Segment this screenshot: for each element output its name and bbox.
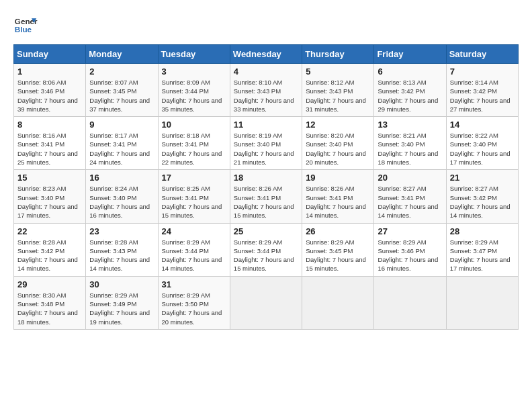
calendar-cell: 28Sunrise: 8:29 AMSunset: 3:47 PMDayligh… <box>446 223 518 276</box>
logo-icon: General Blue <box>13 13 38 38</box>
day-info: Sunrise: 8:27 AMSunset: 3:41 PMDaylight:… <box>378 184 442 220</box>
day-info: Sunrise: 8:29 AMSunset: 3:47 PMDaylight:… <box>450 238 515 273</box>
day-number: 7 <box>450 66 515 77</box>
day-info: Sunrise: 8:28 AMSunset: 3:42 PMDaylight:… <box>17 238 82 273</box>
calendar-cell: 8Sunrise: 8:16 AMSunset: 3:41 PMDaylight… <box>14 117 86 170</box>
day-number: 16 <box>89 173 154 183</box>
day-info: Sunrise: 8:19 AMSunset: 3:40 PMDaylight:… <box>234 131 298 167</box>
day-info: Sunrise: 8:16 AMSunset: 3:41 PMDaylight:… <box>17 131 82 167</box>
calendar-header-row: SundayMondayTuesdayWednesdayThursdayFrid… <box>14 45 519 64</box>
calendar-cell: 5Sunrise: 8:12 AMSunset: 3:43 PMDaylight… <box>302 64 374 117</box>
calendar-cell: 14Sunrise: 8:22 AMSunset: 3:40 PMDayligh… <box>446 117 518 170</box>
calendar-cell: 23Sunrise: 8:28 AMSunset: 3:43 PMDayligh… <box>86 223 158 276</box>
day-info: Sunrise: 8:10 AMSunset: 3:43 PMDaylight:… <box>234 78 298 113</box>
svg-text:Blue: Blue <box>15 25 32 34</box>
week-row-4: 22Sunrise: 8:28 AMSunset: 3:42 PMDayligh… <box>14 223 519 276</box>
calendar-table: SundayMondayTuesdayWednesdayThursdayFrid… <box>13 44 519 330</box>
day-number: 23 <box>89 226 154 236</box>
day-info: Sunrise: 8:25 AMSunset: 3:41 PMDaylight:… <box>162 184 226 220</box>
calendar-cell: 7Sunrise: 8:14 AMSunset: 3:42 PMDaylight… <box>446 64 518 117</box>
calendar-cell: 1Sunrise: 8:06 AMSunset: 3:46 PMDaylight… <box>14 64 86 117</box>
day-number: 13 <box>378 120 442 130</box>
calendar-cell: 22Sunrise: 8:28 AMSunset: 3:42 PMDayligh… <box>14 223 86 276</box>
calendar-cell: 15Sunrise: 8:23 AMSunset: 3:40 PMDayligh… <box>14 170 86 223</box>
day-number: 15 <box>17 173 82 183</box>
page-header: General Blue <box>13 13 519 38</box>
day-info: Sunrise: 8:27 AMSunset: 3:42 PMDaylight:… <box>450 184 515 220</box>
day-number: 2 <box>89 66 154 77</box>
day-info: Sunrise: 8:17 AMSunset: 3:41 PMDaylight:… <box>89 131 154 167</box>
week-row-2: 8Sunrise: 8:16 AMSunset: 3:41 PMDaylight… <box>14 117 519 170</box>
day-info: Sunrise: 8:30 AMSunset: 3:48 PMDaylight:… <box>17 291 82 326</box>
calendar-cell: 30Sunrise: 8:29 AMSunset: 3:49 PMDayligh… <box>86 276 158 329</box>
col-header-sunday: Sunday <box>14 45 86 64</box>
day-info: Sunrise: 8:23 AMSunset: 3:40 PMDaylight:… <box>17 184 82 220</box>
day-number: 18 <box>234 173 298 183</box>
day-number: 5 <box>306 66 370 77</box>
day-number: 14 <box>450 120 515 130</box>
day-info: Sunrise: 8:29 AMSunset: 3:50 PMDaylight:… <box>162 291 226 326</box>
calendar-cell: 2Sunrise: 8:07 AMSunset: 3:45 PMDaylight… <box>86 64 158 117</box>
calendar-cell: 3Sunrise: 8:09 AMSunset: 3:44 PMDaylight… <box>158 64 230 117</box>
day-info: Sunrise: 8:14 AMSunset: 3:42 PMDaylight:… <box>450 78 515 113</box>
calendar-cell: 31Sunrise: 8:29 AMSunset: 3:50 PMDayligh… <box>158 276 230 329</box>
col-header-monday: Monday <box>86 45 158 64</box>
col-header-friday: Friday <box>374 45 446 64</box>
day-number: 22 <box>17 226 82 236</box>
day-number: 9 <box>89 120 154 130</box>
calendar-cell: 21Sunrise: 8:27 AMSunset: 3:42 PMDayligh… <box>446 170 518 223</box>
day-info: Sunrise: 8:26 AMSunset: 3:41 PMDaylight:… <box>234 184 298 220</box>
calendar-body: 1Sunrise: 8:06 AMSunset: 3:46 PMDaylight… <box>14 64 519 330</box>
day-number: 20 <box>378 173 442 183</box>
calendar-cell: 11Sunrise: 8:19 AMSunset: 3:40 PMDayligh… <box>230 117 302 170</box>
day-info: Sunrise: 8:06 AMSunset: 3:46 PMDaylight:… <box>17 78 82 113</box>
day-info: Sunrise: 8:29 AMSunset: 3:45 PMDaylight:… <box>306 238 370 273</box>
day-info: Sunrise: 8:26 AMSunset: 3:41 PMDaylight:… <box>306 184 370 220</box>
col-header-tuesday: Tuesday <box>158 45 230 64</box>
day-info: Sunrise: 8:29 AMSunset: 3:46 PMDaylight:… <box>378 238 442 273</box>
day-info: Sunrise: 8:29 AMSunset: 3:44 PMDaylight:… <box>234 238 298 273</box>
calendar-cell: 10Sunrise: 8:18 AMSunset: 3:41 PMDayligh… <box>158 117 230 170</box>
day-info: Sunrise: 8:29 AMSunset: 3:49 PMDaylight:… <box>89 291 154 326</box>
day-number: 24 <box>162 226 226 236</box>
col-header-thursday: Thursday <box>302 45 374 64</box>
day-number: 17 <box>162 173 226 183</box>
calendar-cell <box>374 276 446 329</box>
week-row-1: 1Sunrise: 8:06 AMSunset: 3:46 PMDaylight… <box>14 64 519 117</box>
day-info: Sunrise: 8:12 AMSunset: 3:43 PMDaylight:… <box>306 78 370 113</box>
day-number: 31 <box>162 279 226 289</box>
day-number: 4 <box>234 66 298 77</box>
day-number: 26 <box>306 226 370 236</box>
logo: General Blue <box>13 13 38 38</box>
day-number: 30 <box>89 279 154 289</box>
day-info: Sunrise: 8:13 AMSunset: 3:42 PMDaylight:… <box>378 78 442 113</box>
day-info: Sunrise: 8:18 AMSunset: 3:41 PMDaylight:… <box>162 131 226 167</box>
day-number: 29 <box>17 279 82 289</box>
day-number: 19 <box>306 173 370 183</box>
calendar-cell: 13Sunrise: 8:21 AMSunset: 3:40 PMDayligh… <box>374 117 446 170</box>
day-number: 27 <box>378 226 442 236</box>
day-info: Sunrise: 8:24 AMSunset: 3:40 PMDaylight:… <box>89 184 154 220</box>
calendar-cell: 18Sunrise: 8:26 AMSunset: 3:41 PMDayligh… <box>230 170 302 223</box>
day-info: Sunrise: 8:09 AMSunset: 3:44 PMDaylight:… <box>162 78 226 113</box>
day-number: 12 <box>306 120 370 130</box>
calendar-cell: 6Sunrise: 8:13 AMSunset: 3:42 PMDaylight… <box>374 64 446 117</box>
day-number: 21 <box>450 173 515 183</box>
calendar-cell: 26Sunrise: 8:29 AMSunset: 3:45 PMDayligh… <box>302 223 374 276</box>
day-info: Sunrise: 8:22 AMSunset: 3:40 PMDaylight:… <box>450 131 515 167</box>
day-number: 8 <box>17 120 82 130</box>
day-info: Sunrise: 8:29 AMSunset: 3:44 PMDaylight:… <box>162 238 226 273</box>
calendar-cell <box>230 276 302 329</box>
day-number: 6 <box>378 66 442 77</box>
calendar-cell: 24Sunrise: 8:29 AMSunset: 3:44 PMDayligh… <box>158 223 230 276</box>
day-number: 10 <box>162 120 226 130</box>
calendar-cell: 16Sunrise: 8:24 AMSunset: 3:40 PMDayligh… <box>86 170 158 223</box>
calendar-cell: 12Sunrise: 8:20 AMSunset: 3:40 PMDayligh… <box>302 117 374 170</box>
day-number: 3 <box>162 66 226 77</box>
calendar-cell: 19Sunrise: 8:26 AMSunset: 3:41 PMDayligh… <box>302 170 374 223</box>
calendar-cell: 20Sunrise: 8:27 AMSunset: 3:41 PMDayligh… <box>374 170 446 223</box>
calendar-cell: 27Sunrise: 8:29 AMSunset: 3:46 PMDayligh… <box>374 223 446 276</box>
calendar-cell: 4Sunrise: 8:10 AMSunset: 3:43 PMDaylight… <box>230 64 302 117</box>
col-header-wednesday: Wednesday <box>230 45 302 64</box>
day-number: 1 <box>17 66 82 77</box>
